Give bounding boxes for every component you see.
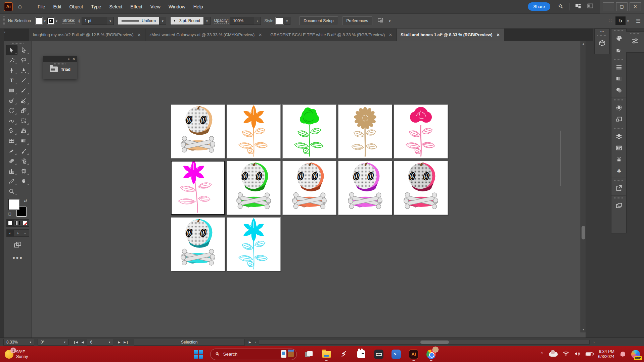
copilot-icon[interactable]: PRE bbox=[631, 350, 640, 359]
style-swatch[interactable] bbox=[276, 17, 284, 24]
brushes-panel-icon[interactable] bbox=[612, 153, 626, 165]
tray-expand-icon[interactable]: ⌃ bbox=[540, 351, 544, 357]
menu-help[interactable]: Help bbox=[189, 0, 207, 13]
chrome-button[interactable] bbox=[426, 350, 436, 359]
chevron-down-icon[interactable]: ▾ bbox=[107, 17, 114, 25]
panel-menu-icon[interactable]: ☰ bbox=[636, 18, 641, 24]
paintbrush-tool[interactable] bbox=[18, 86, 29, 95]
artboard-tool[interactable] bbox=[18, 166, 29, 176]
puppet-warp-tool[interactable] bbox=[6, 126, 17, 135]
maximize-button[interactable]: ▢ bbox=[616, 2, 628, 11]
home-icon[interactable]: ⌂ bbox=[18, 3, 22, 10]
capture-app-button[interactable]: ⊏⊐ bbox=[374, 350, 383, 359]
transparency-panel-icon[interactable] bbox=[612, 84, 626, 96]
document-setup-button[interactable]: Document Setup bbox=[299, 16, 338, 25]
graph-tool[interactable] bbox=[6, 166, 17, 176]
artboard-1-skull[interactable]: 0 0 bbox=[171, 104, 225, 159]
eyedropper-tool[interactable] bbox=[18, 146, 29, 155]
illustrator-taskbar-button[interactable]: Ai bbox=[409, 350, 418, 359]
canvas[interactable]: 0 0 bbox=[32, 41, 586, 337]
type-tool[interactable]: T bbox=[6, 76, 17, 85]
chevron-down-icon[interactable]: ▾ bbox=[54, 19, 59, 23]
close-panel-icon[interactable]: ✕ bbox=[73, 57, 75, 61]
gradient-panel-icon[interactable] bbox=[612, 73, 626, 84]
fill-stroke-indicator[interactable]: ⇄ ❏ bbox=[8, 199, 27, 217]
brush-definition-select[interactable]: 3 pt. Round bbox=[170, 17, 204, 25]
gradient-button[interactable] bbox=[14, 220, 21, 226]
gradient-tool[interactable] bbox=[18, 136, 29, 145]
document-tab-0[interactable]: laughting my ass V2 Full.ai* @ 12.5 % (R… bbox=[29, 29, 145, 41]
scroll-left-icon[interactable]: ‹ bbox=[255, 341, 256, 344]
sliders-icon[interactable] bbox=[628, 35, 642, 47]
search-icon[interactable]: 🔍︎ bbox=[558, 4, 563, 10]
document-tab-2[interactable]: GRADENT SCALE TEE white B.ai* @ 8.33 % (… bbox=[266, 29, 397, 41]
panel-grip[interactable] bbox=[54, 63, 66, 64]
default-fill-stroke-icon[interactable]: ❏ bbox=[8, 212, 11, 216]
line-segment-tool[interactable] bbox=[18, 76, 29, 85]
asset-export-panel-icon[interactable] bbox=[612, 142, 626, 153]
chevron-down-icon[interactable]: ▾ bbox=[387, 19, 392, 23]
onedrive-icon[interactable] bbox=[549, 352, 558, 357]
menu-file[interactable]: File bbox=[34, 0, 49, 13]
start-button[interactable] bbox=[194, 350, 203, 359]
properties-panel-icon[interactable] bbox=[612, 61, 626, 73]
artboard-6-lily[interactable] bbox=[171, 161, 225, 215]
task-view-button[interactable] bbox=[304, 350, 314, 359]
free-transform-tool[interactable] bbox=[18, 116, 29, 125]
powershell-button[interactable]: >_ bbox=[392, 350, 401, 359]
chevron-down-icon[interactable]: ▾ bbox=[626, 19, 631, 23]
zoom-level-select[interactable]: 8.33%▾ bbox=[3, 339, 34, 346]
horizontal-scrollbar[interactable] bbox=[259, 340, 590, 345]
weather-widget[interactable]: 1 98°F Sunny bbox=[5, 350, 28, 359]
next-artboard-icon[interactable]: ▶ bbox=[118, 341, 120, 344]
previous-artboard-icon[interactable]: ◀ bbox=[81, 341, 84, 344]
share-button[interactable]: Share bbox=[528, 2, 550, 11]
fill-color-box[interactable] bbox=[8, 199, 19, 210]
perspective-grid-tool[interactable] bbox=[18, 126, 29, 135]
stroke-swatch[interactable] bbox=[47, 17, 54, 24]
pencil-tool[interactable] bbox=[6, 176, 17, 186]
menu-window[interactable]: Window bbox=[165, 0, 189, 13]
llama-app-button[interactable] bbox=[357, 350, 366, 359]
width-tool[interactable] bbox=[6, 116, 17, 125]
artboard-7-skull[interactable]: 0 0 bbox=[227, 161, 281, 215]
lightning-app-button[interactable]: ⚡︎ bbox=[339, 350, 349, 359]
shaper-tool[interactable] bbox=[6, 96, 17, 105]
collapse-left-dock-icon[interactable]: « bbox=[0, 29, 29, 41]
menu-type[interactable]: Type bbox=[87, 0, 105, 13]
close-tab-icon[interactable]: ✕ bbox=[138, 33, 141, 37]
menu-object[interactable]: Object bbox=[65, 0, 87, 13]
scroll-right-icon[interactable]: › bbox=[594, 341, 595, 344]
illustrator-logo[interactable]: Ai bbox=[4, 2, 13, 11]
close-tab-icon[interactable]: ✕ bbox=[389, 33, 392, 37]
layers-panel-icon[interactable] bbox=[612, 131, 626, 142]
artboard-11-skull[interactable]: 0 0 bbox=[171, 217, 225, 271]
arrange-panel-icon[interactable] bbox=[612, 200, 626, 211]
scissors-tool[interactable] bbox=[18, 96, 29, 105]
swap-fill-stroke-icon[interactable]: ⇄ bbox=[24, 198, 27, 203]
color-button[interactable] bbox=[7, 220, 14, 226]
rotate-tool[interactable] bbox=[6, 106, 17, 115]
chevron-down-icon[interactable]: ▾ bbox=[204, 17, 211, 25]
menu-view[interactable]: View bbox=[146, 0, 165, 13]
document-tab-3[interactable]: Skull and bones 1.ai* @ 8.33 % (RGB/Prev… bbox=[397, 29, 504, 41]
stroke-weight-field[interactable]: 1 pt bbox=[82, 17, 107, 25]
stroke-label[interactable]: Stroke: bbox=[62, 18, 75, 24]
close-button[interactable]: ✕ bbox=[630, 2, 641, 11]
curvature-tool[interactable] bbox=[18, 65, 29, 75]
scroll-down-icon[interactable]: ▼ bbox=[581, 328, 586, 331]
artboards-panel-icon[interactable] bbox=[612, 113, 626, 125]
artboard-9-skull[interactable]: 0 0 bbox=[338, 161, 392, 215]
workspace-icon[interactable]: ⫶⊃ bbox=[615, 16, 626, 25]
knife-tool[interactable] bbox=[6, 146, 17, 155]
screen-mode-icon[interactable] bbox=[13, 241, 22, 250]
draw-normal-button[interactable]: ◐ bbox=[7, 230, 14, 236]
magic-wand-tool[interactable] bbox=[6, 55, 17, 65]
chevron-down-icon[interactable]: ▾ bbox=[42, 19, 47, 23]
vertical-scrollbar[interactable]: ▲ ▼ bbox=[581, 41, 586, 332]
scrollbar-thumb[interactable] bbox=[582, 226, 585, 239]
status-expand-icon[interactable]: ▶ bbox=[249, 341, 251, 344]
appearance-panel-icon[interactable] bbox=[612, 102, 626, 113]
battery-icon[interactable] bbox=[586, 352, 593, 356]
symbol-sprayer-tool[interactable] bbox=[18, 156, 29, 166]
